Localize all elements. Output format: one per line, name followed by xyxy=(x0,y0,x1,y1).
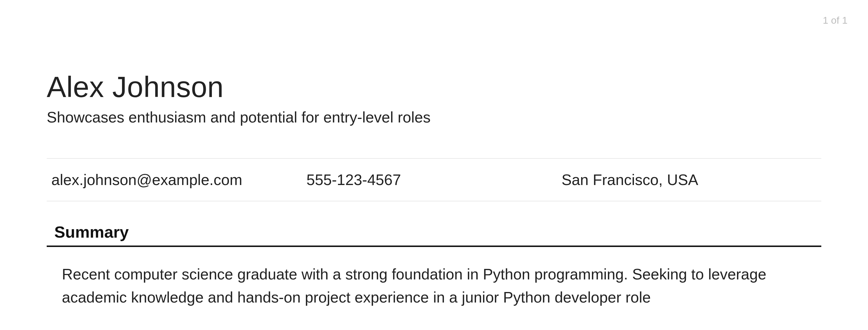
resume-content: Alex Johnson Showcases enthusiasm and po… xyxy=(0,0,868,309)
tagline: Showcases enthusiasm and potential for e… xyxy=(47,108,821,126)
page-counter: 1 of 1 xyxy=(823,15,847,26)
contact-location: San Francisco, USA xyxy=(562,171,817,189)
summary-heading: Summary xyxy=(47,222,821,247)
summary-body: Recent computer science graduate with a … xyxy=(47,247,821,309)
contact-email: alex.johnson@example.com xyxy=(51,171,306,189)
candidate-name: Alex Johnson xyxy=(47,70,821,104)
contact-phone: 555-123-4567 xyxy=(306,171,562,189)
contact-bar: alex.johnson@example.com 555-123-4567 Sa… xyxy=(47,158,821,201)
summary-section: Summary Recent computer science graduate… xyxy=(47,222,821,309)
